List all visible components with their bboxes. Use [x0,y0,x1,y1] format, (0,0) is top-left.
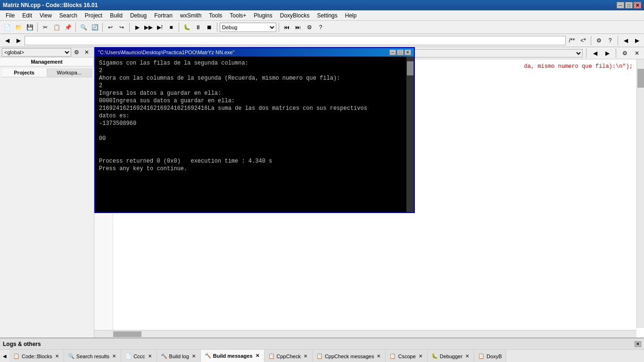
menu-item-debug[interactable]: Debug [126,10,150,20]
log-tab-cppcheckmsg-close[interactable]: ✕ [376,354,381,359]
console-scrollbar[interactable] [406,57,414,212]
comment-button[interactable]: /** [567,35,577,46]
redo-button[interactable]: ↪ [116,22,127,33]
tb-extra1[interactable]: ⏮ [281,22,292,33]
log-tab-cppcheck-messages[interactable]: 📋 CppCheck messages ✕ [313,350,386,362]
tb-extra2[interactable]: ⏭ [293,22,303,33]
log-tab-doxyb[interactable]: 📋 DoxyB [474,350,506,362]
code-search-bar[interactable] [25,36,566,45]
editor-hscrollbar[interactable] [94,330,636,337]
search-button[interactable]: 🔍 [78,22,89,33]
menu-item-search[interactable]: Search [56,10,81,20]
build-run-button[interactable]: ▶! [155,22,165,33]
log-tab-cppcheck[interactable]: 📋 CppCheck ✕ [264,350,313,362]
main-area: <global> ⚙ ✕ Management Projects Workspa… [0,47,644,337]
debug-run[interactable]: ⏸ [193,22,203,33]
log-tab-debugger-close[interactable]: ✕ [464,354,470,359]
log-tab-debugger[interactable]: 🐛 Debugger ✕ [428,350,474,362]
log-tab-cscope-close[interactable]: ✕ [418,354,423,359]
editor-settings-icon[interactable]: ⚙ [619,48,630,58]
editor-hscrollbar-thumb[interactable] [113,331,141,337]
help2-icon[interactable]: ? [605,35,615,46]
menu-item-help[interactable]: Help [341,10,361,20]
log-tab-codeblocks[interactable]: 📋 Code::Blocks ✕ [9,350,64,362]
sidebar-tab-management[interactable]: Management [0,58,94,66]
editor-nav-next[interactable]: ▶ [602,48,612,58]
menu-item-doxyblocks[interactable]: DoxyBlocks [276,10,314,20]
close-button[interactable]: ✕ [634,2,641,8]
cut-button[interactable]: ✂ [40,22,50,33]
log-tab-buildlog[interactable]: 🔨 Build log ✕ [157,350,201,362]
menu-item-plugins[interactable]: Plugins [250,10,276,20]
build-button[interactable]: ▶ [132,22,142,33]
log-tab-cppcheckmsg-label: CppCheck messages [325,354,374,359]
maximize-button[interactable]: □ [625,2,633,8]
menu-item-settings[interactable]: Settings [313,10,341,20]
sidebar-sub-tab-projects[interactable]: Projects [2,68,47,77]
scroll-left-button[interactable]: ◀ [620,35,631,46]
menu-item-view[interactable]: View [36,10,56,20]
sidebar-settings-icon[interactable]: ⚙ [71,47,82,58]
menu-item-file[interactable]: File [2,10,18,20]
menu-item-project[interactable]: Project [81,10,106,20]
settings-icon[interactable]: ⚙ [304,22,314,33]
match-button[interactable]: ⚙ [594,35,604,46]
copy-button[interactable]: 📋 [51,22,62,33]
log-tab-buildmessages[interactable]: 🔨 Build messages ✕ [201,350,264,362]
nav-prev-button[interactable]: ◀ [2,35,12,46]
sep7 [279,23,279,32]
target-dropdown[interactable]: Debug Release [220,23,276,32]
log-tab-buildmsg-label: Build messages [213,353,253,359]
replace-button[interactable]: 🔄 [90,22,100,33]
editor-scrollbar-thumb[interactable] [637,69,644,88]
log-tab-search-close[interactable]: ✕ [111,354,117,359]
console-minimize-button[interactable]: ─ [389,49,396,55]
log-tab-cppcheck-close[interactable]: ✕ [303,354,308,359]
scroll-right-button[interactable]: ▶ [632,35,642,46]
log-tab-buildlog-close[interactable]: ✕ [191,354,197,359]
console-line-13 [99,150,410,157]
console-close-button[interactable]: ✕ [405,49,411,55]
menu-item-tools[interactable]: Tools [205,10,226,20]
nav-next-button[interactable]: ▶ [13,35,24,46]
menu-item-tools+[interactable]: Tools+ [226,10,250,20]
console-maximize-button[interactable]: □ [397,49,404,55]
menu-item-build[interactable]: Build [106,10,126,20]
debug-button[interactable]: 🐛 [182,22,192,33]
stop-button[interactable]: ■ [166,22,176,33]
paste-button[interactable]: 📌 [63,22,73,33]
log-tab-codeblocks-close[interactable]: ✕ [54,354,60,359]
open-button[interactable]: 📁 [13,22,24,33]
run-button[interactable]: ▶▶ [143,22,154,33]
new-button[interactable]: 📄 [2,22,12,33]
console-line-7: 21692416216924162169241621692416La suma … [99,105,410,112]
editor-scrollbar[interactable] [636,59,644,328]
log-tab-search-results[interactable]: 🔍 Search results ✕ [64,350,121,362]
menu-item-edit[interactable]: Edit [18,10,36,20]
save-button[interactable]: 💾 [25,22,35,33]
undo-button[interactable]: ↩ [105,22,116,33]
editor-nav-prev[interactable]: ◀ [590,48,600,58]
minimize-button[interactable]: ─ [617,2,624,8]
global-dropdown[interactable]: <global> [2,48,71,57]
sep3 [102,23,103,32]
editor-close-icon[interactable]: ✕ [632,48,642,58]
help-icon[interactable]: ? [315,22,326,33]
log-tab-cccc-close[interactable]: ✕ [147,354,153,359]
log-tab-buildmsg-close[interactable]: ✕ [255,353,260,359]
console-scrollbar-thumb[interactable] [407,61,413,75]
menu-item-fortran[interactable]: Fortran [150,10,176,20]
console-title-bar[interactable]: "C:\Users\Mauricio\Desktop\Practica1POO\… [95,48,414,57]
menu-item-wxsmith[interactable]: wxSmith [176,10,205,20]
global-selector: <global> ⚙ ✕ [0,47,94,58]
log-tab-cscope[interactable]: 📋 Cscope ✕ [386,350,427,362]
logs-close-button[interactable]: ✕ [635,341,641,347]
logs-tab-nav-left[interactable]: ◀ [0,350,9,362]
editor-area: <global> ◀ ▶ ⚙ ✕ da, mismo numero que fi… [94,47,644,337]
uncomment-button[interactable]: <* [578,35,588,46]
log-tab-buildlog-label: Build log [169,354,189,359]
sidebar-sub-tab-workspace[interactable]: Workspa... [47,68,92,77]
log-tab-cccc[interactable]: 📄 Cccc ✕ [121,350,157,362]
debug-stop[interactable]: ⏹ [204,22,215,33]
sidebar-close-icon[interactable]: ✕ [82,47,92,58]
